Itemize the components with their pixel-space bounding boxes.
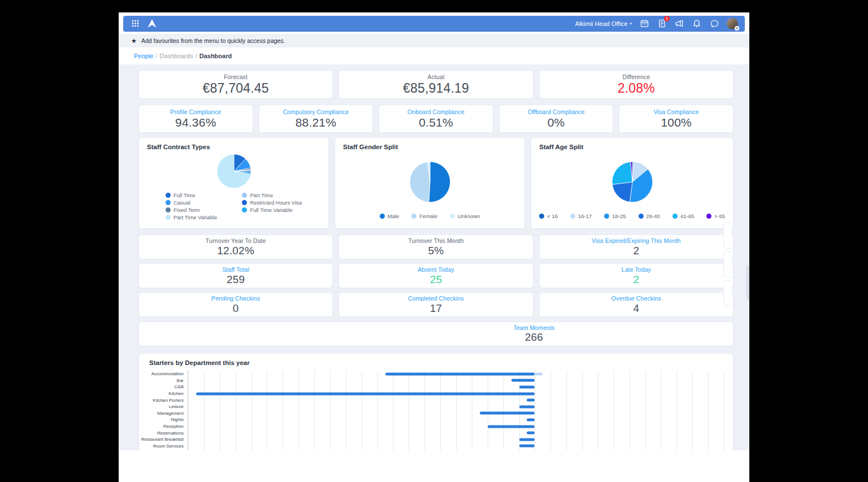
notification-badge: 1 xyxy=(664,16,670,21)
peek-card-sliver xyxy=(723,251,732,277)
bar xyxy=(511,379,535,382)
starters-by-department-card: Starters by Department this year Accommo… xyxy=(138,353,734,450)
stat-value: 88.21% xyxy=(296,116,336,129)
bar xyxy=(527,432,535,435)
stat-value: €85,914.19 xyxy=(403,81,469,96)
actual-card: Actual €85,914.19 xyxy=(338,70,533,99)
stat-label: Actual xyxy=(428,73,445,80)
stat-label: Pending Checkins xyxy=(211,295,260,302)
megaphone-icon[interactable] xyxy=(674,19,684,29)
legend-dot xyxy=(411,214,416,219)
kpi-row-turnover: Turnover Year To Date 12.02% Turnover Th… xyxy=(138,235,734,259)
bar-category-label: Restaurant Breakfast xyxy=(144,436,188,443)
bar-category-label: Bar xyxy=(144,377,188,384)
bar xyxy=(480,412,535,415)
legend-item[interactable]: 41-65 xyxy=(672,213,694,219)
legend-dot xyxy=(166,200,171,205)
bar xyxy=(385,372,535,375)
bar-category-label: Reservations xyxy=(144,429,188,436)
contract-types-legend: Full TimeCasualFixed TermPart Time Varia… xyxy=(147,192,320,223)
legend-item[interactable]: Casual xyxy=(166,199,217,206)
legend-item[interactable]: Part Time xyxy=(242,192,302,198)
stat-label: Absent Today xyxy=(418,266,454,273)
offboard-compliance-card: Offboard Compliance 0% xyxy=(499,105,614,133)
legend-item[interactable]: Fixed Term xyxy=(166,207,217,213)
apps-grid-icon[interactable] xyxy=(130,19,140,29)
bell-icon[interactable] xyxy=(692,19,702,29)
peek-card-sliver xyxy=(723,280,732,306)
legend-item[interactable]: Full Time Variable xyxy=(242,207,302,213)
stat-value: 12.02% xyxy=(217,245,254,257)
stat-label: Overdue Checkins xyxy=(611,295,661,302)
legend-label: Fixed Term xyxy=(173,207,200,213)
pie-slice xyxy=(410,162,430,202)
breadcrumb-dashboards[interactable]: Dashboards xyxy=(159,53,193,59)
staff-age-split-card: Staff Age Split < 1616-1718-2526-4041-65… xyxy=(531,137,734,229)
staff-total-card: Staff Total 259 xyxy=(138,263,333,288)
legend-item[interactable]: Male xyxy=(380,213,400,219)
avatar[interactable] xyxy=(727,18,738,29)
stat-value: 2.08% xyxy=(618,81,655,96)
team-moments-card: Team Moments 266 xyxy=(138,322,734,346)
kpi-row-attendance: Staff Total 259 Absent Today 25 Late Tod… xyxy=(138,263,734,288)
legend-item[interactable]: Female xyxy=(411,213,437,219)
legend-label: Casual xyxy=(173,199,190,206)
legend-item[interactable]: 16-17 xyxy=(570,213,592,219)
bar-category-label: Kitchen Porters xyxy=(144,397,188,403)
bar-category-label: Room Services xyxy=(144,443,188,450)
bar-category-label: Kitchen xyxy=(144,390,188,397)
bar xyxy=(488,425,535,428)
legend-item[interactable]: > 65 xyxy=(706,213,725,219)
legend-label: Restricted Hours Visa xyxy=(250,199,302,206)
stat-label: Onboard Compliance xyxy=(407,108,465,115)
legend-label: 26-40 xyxy=(646,213,660,219)
bar-row xyxy=(188,384,724,390)
bar-category-label: Accommodation xyxy=(144,371,188,377)
legend-dot xyxy=(604,214,609,219)
legend-item[interactable]: Unknown xyxy=(450,213,480,219)
legend-item[interactable]: < 16 xyxy=(539,213,558,219)
legend-label: Part Time xyxy=(250,192,273,198)
tasks-icon[interactable]: 1 xyxy=(657,19,667,29)
stat-label: Team Moments xyxy=(513,324,554,331)
scrollbar-thumb[interactable] xyxy=(747,265,749,300)
calendar-icon[interactable] xyxy=(639,19,649,29)
turnover-ytd-card: Turnover Year To Date 12.02% xyxy=(138,235,333,259)
star-icon[interactable]: ★ xyxy=(131,38,137,44)
legend-item[interactable]: Restricted Hours Visa xyxy=(242,199,302,206)
bar-category-label: Leisure xyxy=(144,403,188,410)
legend-dot xyxy=(380,214,385,219)
stat-value: 17 xyxy=(430,302,442,315)
late-today-card: Late Today 2 xyxy=(539,263,734,288)
bar-row xyxy=(188,390,724,397)
pie-slice xyxy=(428,162,450,202)
content-scrollbar[interactable] xyxy=(746,64,749,450)
visa-compliance-card: Visa Compliance 100% xyxy=(619,105,734,133)
stat-label: Staff Total xyxy=(222,266,249,273)
stat-value: 25 xyxy=(430,273,442,286)
legend-item[interactable]: Full Time xyxy=(166,192,217,198)
org-selector[interactable]: Alkimii Head Office▾ xyxy=(575,20,632,27)
alkimii-logo[interactable] xyxy=(146,18,158,30)
chat-icon[interactable] xyxy=(709,19,719,29)
legend-item[interactable]: 18-25 xyxy=(604,213,626,219)
bar-category-label: Reception xyxy=(144,423,188,430)
chevron-down-icon: ▾ xyxy=(630,21,632,26)
chart-title: Staff Gender Split xyxy=(343,144,517,150)
legend-item[interactable]: 26-40 xyxy=(639,213,660,219)
bar-row xyxy=(188,403,724,410)
breadcrumb-people[interactable]: People xyxy=(134,53,153,59)
breadcrumb-current: Dashboard xyxy=(199,53,232,59)
kpi-row-checkins: Pending Checkins 0 Completed Checkins 17… xyxy=(138,292,734,317)
kpi-row-financial: Forecast €87,704.45 Actual €85,914.19 Di… xyxy=(138,70,734,99)
bar-chart-category-labels: AccommodationBarC&BKitchenKitchen Porter… xyxy=(144,371,188,450)
legend-dot xyxy=(166,215,171,220)
bar-row xyxy=(188,429,724,436)
breadcrumb: People / Dashboards / Dashboard xyxy=(119,47,749,64)
bar-category-label: Sales and Marketing xyxy=(144,449,188,450)
contract-types-pie-chart xyxy=(216,154,251,189)
stat-label: Turnover This Month xyxy=(408,237,463,244)
bar-row xyxy=(188,410,724,417)
pie-charts-row: Staff Contract Types Full TimeCasualFixe… xyxy=(138,137,734,229)
legend-item[interactable]: Part Time Variable xyxy=(166,214,217,220)
